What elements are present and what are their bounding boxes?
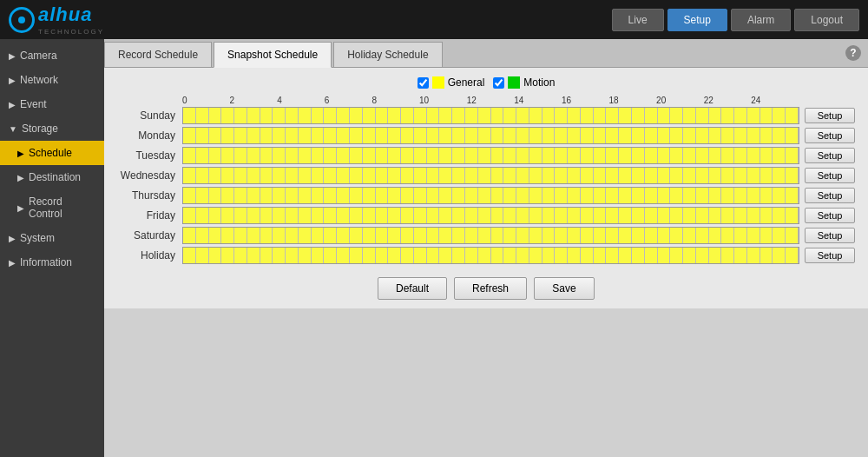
schedule-row-thursday: Thursday Setup <box>117 187 855 204</box>
schedule-row-holiday: Holiday Setup <box>117 247 855 264</box>
time-bar-monday[interactable] <box>182 127 799 144</box>
sidebar-item-label: Storage <box>22 123 58 135</box>
time-bar-tuesday[interactable] <box>182 147 799 164</box>
setup-button-saturday[interactable]: Setup <box>805 228 855 243</box>
sidebar-item-label: Schedule <box>29 147 72 159</box>
logo-circle <box>9 7 35 33</box>
sidebar-item-information[interactable]: ▶ Information <box>0 250 104 275</box>
time-22: 22 <box>704 96 752 105</box>
general-label: General <box>448 76 485 89</box>
setup-button-holiday[interactable]: Setup <box>805 248 855 263</box>
sidebar: ▶ Camera ▶ Network ▶ Event ▼ Storage ▶ S… <box>0 39 104 457</box>
tab-snapshot-schedule[interactable]: Snapshot Schedule <box>214 42 332 68</box>
time-bar-friday[interactable] <box>182 207 799 224</box>
time-bar-grid-saturday <box>183 228 799 243</box>
arrow-icon: ▶ <box>9 76 16 85</box>
time-20: 20 <box>656 96 704 105</box>
logo-text: alhua <box>38 3 92 26</box>
sidebar-item-camera[interactable]: ▶ Camera <box>0 43 104 68</box>
day-label-tuesday: Tuesday <box>117 149 182 162</box>
save-button[interactable]: Save <box>534 277 595 300</box>
day-label-holiday: Holiday <box>117 249 182 262</box>
time-bar-thursday[interactable] <box>182 187 799 204</box>
time-bar-grid-tuesday <box>183 148 799 163</box>
sidebar-item-label: System <box>20 232 55 244</box>
setup-button-wednesday[interactable]: Setup <box>805 168 855 183</box>
default-button[interactable]: Default <box>378 277 447 300</box>
refresh-button[interactable]: Refresh <box>454 277 527 300</box>
setup-button-thursday[interactable]: Setup <box>805 188 855 203</box>
motion-color-swatch <box>508 76 520 89</box>
setup-button-tuesday[interactable]: Setup <box>805 148 855 163</box>
time-4: 4 <box>277 96 325 105</box>
arrow-icon: ▶ <box>17 149 24 158</box>
logo-text-group: alhua TECHNOLOGY <box>38 3 104 36</box>
motion-label: Motion <box>523 76 555 89</box>
main-layout: ▶ Camera ▶ Network ▶ Event ▼ Storage ▶ S… <box>0 39 868 457</box>
help-icon[interactable]: ? <box>845 45 861 61</box>
time-14: 14 <box>514 96 562 105</box>
general-checkbox[interactable] <box>418 77 429 89</box>
header: alhua TECHNOLOGY Live Setup Alarm Logout <box>0 0 868 39</box>
day-label-friday: Friday <box>117 209 182 222</box>
time-bar-wednesday[interactable] <box>182 167 799 184</box>
legend: General Motion <box>117 76 855 89</box>
time-bar-sunday[interactable] <box>182 107 799 124</box>
time-bar-grid-wednesday <box>183 168 799 183</box>
day-label-monday: Monday <box>117 129 182 142</box>
day-label-wednesday: Wednesday <box>117 169 182 182</box>
time-8: 8 <box>372 96 419 105</box>
nav-alarm-button[interactable]: Alarm <box>731 9 791 31</box>
logo: alhua TECHNOLOGY <box>9 3 104 36</box>
day-label-sunday: Sunday <box>117 109 182 122</box>
nav-buttons: Live Setup Alarm Logout <box>612 9 859 31</box>
tab-bar: Record Schedule Snapshot Schedule Holida… <box>104 39 868 68</box>
legend-general: General <box>418 76 485 89</box>
setup-button-monday[interactable]: Setup <box>805 128 855 143</box>
schedule-row-tuesday: Tuesday Setup <box>117 147 855 164</box>
setup-button-sunday[interactable]: Setup <box>805 108 855 123</box>
nav-setup-button[interactable]: Setup <box>667 9 727 31</box>
nav-logout-button[interactable]: Logout <box>794 9 859 31</box>
arrow-icon: ▶ <box>17 203 24 213</box>
arrow-icon: ▶ <box>9 258 16 268</box>
time-6: 6 <box>325 96 372 105</box>
sidebar-item-label: Network <box>20 74 58 86</box>
tab-holiday-schedule[interactable]: Holiday Schedule <box>333 42 442 67</box>
schedule-content: General Motion 0 2 4 6 8 10 12 14 16 18 <box>104 68 868 308</box>
time-bar-grid-sunday <box>183 108 799 123</box>
sidebar-item-event[interactable]: ▶ Event <box>0 92 104 116</box>
day-label-thursday: Thursday <box>117 189 182 202</box>
time-0: 0 <box>182 96 230 105</box>
sidebar-item-label: Camera <box>20 50 57 62</box>
time-bar-grid-thursday <box>183 188 799 203</box>
sidebar-item-label: Information <box>20 256 72 268</box>
schedule-row-sunday: Sunday Setup <box>117 107 855 124</box>
nav-live-button[interactable]: Live <box>612 9 664 31</box>
sidebar-item-record-control[interactable]: ▶ Record Control <box>0 189 104 226</box>
motion-checkbox[interactable] <box>493 77 504 89</box>
arrow-icon: ▶ <box>9 234 16 243</box>
sidebar-item-storage[interactable]: ▼ Storage <box>0 116 104 141</box>
sidebar-item-system[interactable]: ▶ System <box>0 226 104 250</box>
sidebar-item-schedule[interactable]: ▶ Schedule <box>0 141 104 165</box>
time-bar-grid-friday <box>183 208 799 223</box>
day-label-saturday: Saturday <box>117 229 182 242</box>
time-bar-holiday[interactable] <box>182 247 799 264</box>
time-header: 0 2 4 6 8 10 12 14 16 18 20 22 24 <box>182 96 799 105</box>
setup-button-friday[interactable]: Setup <box>805 208 855 223</box>
sidebar-item-label: Destination <box>29 171 81 183</box>
time-bar-grid-monday <box>183 128 799 143</box>
schedule-row-friday: Friday Setup <box>117 207 855 224</box>
arrow-icon: ▼ <box>9 124 17 134</box>
sidebar-item-network[interactable]: ▶ Network <box>0 68 104 92</box>
sidebar-item-destination[interactable]: ▶ Destination <box>0 165 104 189</box>
time-bar-saturday[interactable] <box>182 227 799 244</box>
time-10: 10 <box>419 96 467 105</box>
general-color-swatch <box>432 76 444 89</box>
time-16: 16 <box>562 96 609 105</box>
time-2: 2 <box>230 96 278 105</box>
arrow-icon: ▶ <box>9 100 16 109</box>
schedule-row-monday: Monday Setup <box>117 127 855 144</box>
tab-record-schedule[interactable]: Record Schedule <box>104 42 212 67</box>
